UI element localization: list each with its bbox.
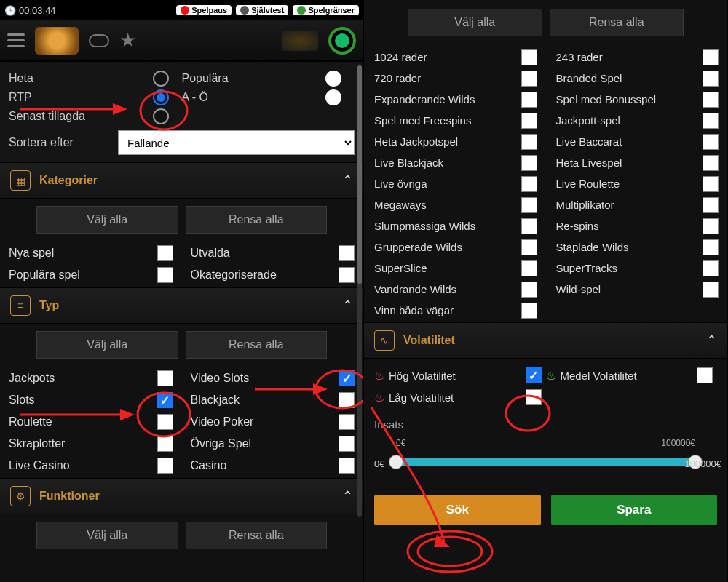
- cb-720[interactable]: [521, 71, 537, 87]
- cb-vandrande[interactable]: [521, 282, 537, 298]
- cb-jackpott[interactable]: [703, 113, 719, 129]
- grid-icon: ▦: [10, 170, 31, 191]
- chevron-up-icon: ⌃: [342, 488, 353, 504]
- sjalvtest-link[interactable]: Självtest: [236, 5, 288, 15]
- cb-vinnbada[interactable]: [521, 303, 537, 319]
- cb-grupp[interactable]: [521, 239, 537, 255]
- lbl-skraplotter: Skraplotter: [0, 433, 157, 455]
- cb-okategoriserade[interactable]: [339, 267, 355, 283]
- rensa-alla-typ[interactable]: Rensa alla: [186, 331, 328, 359]
- accordion-kategorier[interactable]: ▦ Kategorier ⌃: [0, 162, 363, 199]
- cb-liveov[interactable]: [521, 176, 537, 192]
- cb-ovriga-spel[interactable]: [339, 436, 355, 452]
- accordion-funktioner[interactable]: ⚙ Funktioner ⌃: [0, 478, 363, 514]
- slider-thumb-min[interactable]: [389, 455, 403, 469]
- sort-order-select[interactable]: Fallande: [118, 130, 355, 155]
- session-timer: 🕒 00:03:44: [4, 5, 56, 16]
- chevron-up-icon: ⌃: [342, 298, 353, 314]
- navbar: ★: [0, 20, 363, 61]
- cb-video-poker[interactable]: [339, 414, 355, 430]
- radio-senast[interactable]: [153, 108, 169, 124]
- accordion-typ[interactable]: ≡ Typ ⌃: [0, 287, 363, 324]
- cb-wildspel[interactable]: [703, 282, 719, 298]
- cb-megaways[interactable]: [521, 197, 537, 213]
- cb-branded[interactable]: [703, 71, 719, 87]
- menu-button[interactable]: [7, 33, 25, 47]
- cb-nya-spel[interactable]: [157, 245, 173, 261]
- radio-rtp[interactable]: [153, 89, 169, 105]
- cb-multi[interactable]: [703, 197, 719, 213]
- controller-icon[interactable]: [89, 34, 109, 47]
- insats-label: Insats: [374, 418, 717, 431]
- cb-hetalive[interactable]: [703, 155, 719, 171]
- rensa-alla-kategorier[interactable]: Rensa alla: [186, 206, 328, 234]
- cb-casino[interactable]: [339, 458, 355, 474]
- cb-roulette[interactable]: [157, 414, 173, 430]
- cb-jackpots[interactable]: [157, 370, 173, 386]
- logo[interactable]: [35, 27, 79, 55]
- scrollbar-left[interactable]: [357, 65, 362, 517]
- lbl-video-poker: Video Poker: [182, 411, 339, 433]
- cb-video-slots[interactable]: [339, 370, 355, 386]
- left-panel: 🕒 00:03:44 Spelpaus Självtest Spelgränse…: [0, 0, 364, 582]
- cb-hog-volat[interactable]: [526, 367, 542, 383]
- cb-skraplotter[interactable]: [157, 436, 173, 452]
- cb-populara-spel[interactable]: [157, 267, 173, 283]
- favorites-icon[interactable]: ★: [119, 29, 136, 52]
- cb-freespins[interactable]: [521, 113, 537, 129]
- balance-chip[interactable]: [328, 27, 356, 55]
- cb-lag-volat[interactable]: [526, 389, 542, 405]
- sort-populara-label: Populära: [182, 72, 326, 85]
- lbl-slots: Slots: [0, 389, 157, 411]
- valj-alla-funktioner[interactable]: Välj alla: [36, 522, 178, 549]
- rensa-alla-right[interactable]: Rensa alla: [550, 9, 684, 36]
- cb-medel-volat[interactable]: [697, 367, 713, 383]
- lbl-lag-volat: Låg Volatilitet: [389, 391, 521, 404]
- cb-live-casino[interactable]: [157, 458, 173, 474]
- accordion-volatilitet[interactable]: ∿ Volatilitet ⌃: [364, 322, 727, 359]
- cb-1024[interactable]: [521, 49, 537, 65]
- radio-aoe[interactable]: [325, 89, 341, 105]
- flame-med-icon: ♨: [546, 369, 556, 383]
- radio-populara[interactable]: [325, 71, 341, 87]
- lbl-okategoriserade: Okategoriserade: [182, 264, 339, 286]
- sok-button[interactable]: Sök: [374, 495, 541, 525]
- gear-outline-icon: ⚙: [10, 486, 31, 506]
- cb-slump[interactable]: [521, 218, 537, 234]
- cb-supertracks[interactable]: [703, 260, 719, 276]
- cb-superslice[interactable]: [521, 260, 537, 276]
- rensa-alla-funktioner[interactable]: Rensa alla: [186, 522, 328, 549]
- valj-alla-right[interactable]: Välj alla: [408, 9, 542, 36]
- lbl-medel-volat: Medel Volatilitet: [561, 370, 693, 382]
- sort-heta-label: Heta: [9, 72, 153, 85]
- flame-low-icon: ♨: [374, 391, 384, 404]
- wave-icon: ∿: [374, 330, 395, 351]
- cb-hetajack[interactable]: [521, 134, 537, 150]
- sort-section: Heta Populära RTP A - Ö Senast tillagda …: [0, 61, 363, 162]
- cb-bonus[interactable]: [703, 92, 719, 108]
- lbl-casino: Casino: [182, 455, 339, 477]
- valj-alla-kategorier[interactable]: Välj alla: [36, 206, 178, 234]
- top-status-bar: 🕒 00:03:44 Spelpaus Självtest Spelgränse…: [0, 0, 363, 20]
- valj-alla-typ[interactable]: Välj alla: [36, 331, 178, 359]
- lbl-roulette: Roulette: [0, 411, 157, 433]
- cb-expwilds[interactable]: [521, 92, 537, 108]
- cb-slots[interactable]: [157, 392, 173, 408]
- radio-heta[interactable]: [153, 71, 169, 87]
- insats-slider[interactable]: 0€ 100000€ 0€ 100000€: [374, 445, 717, 474]
- cb-liveblack[interactable]: [521, 155, 537, 171]
- lbl-jackpots: Jackpots: [0, 367, 157, 389]
- cb-243[interactable]: [703, 49, 719, 65]
- battle-icon[interactable]: [282, 31, 318, 51]
- cb-liveroul[interactable]: [703, 176, 719, 192]
- spelpaus-link[interactable]: Spelpaus: [176, 5, 232, 15]
- cb-utvalda[interactable]: [339, 245, 355, 261]
- cb-baccarat[interactable]: [703, 134, 719, 150]
- cb-blackjack[interactable]: [339, 392, 355, 408]
- spara-button[interactable]: Spara: [551, 495, 718, 525]
- spelgranser-link[interactable]: Spelgränser: [293, 5, 359, 15]
- cb-stapl[interactable]: [703, 239, 719, 255]
- lbl-video-slots: Video Slots: [182, 367, 339, 389]
- lbl-live-casino: Live Casino: [0, 455, 157, 477]
- cb-respins[interactable]: [703, 218, 719, 234]
